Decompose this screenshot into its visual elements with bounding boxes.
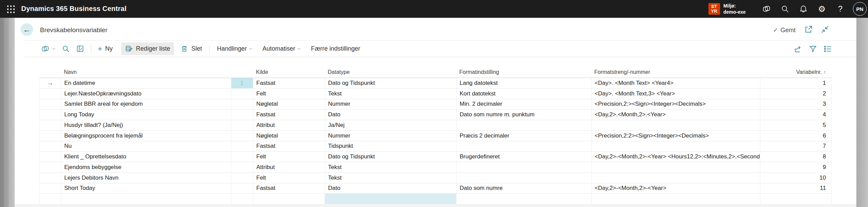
cell-navn[interactable]: Ejendoms bebyggelse [61,162,231,172]
automate-menu[interactable]: Automatiser [262,45,301,52]
back-button[interactable]: ← [21,23,33,36]
cell-kilde[interactable]: Fastsat [253,109,325,120]
table-row[interactable]: → Husdyr tilladt? (Ja/Nej) ⋮ Attribut Ja… [39,120,832,131]
cell-formatindstilling[interactable] [457,194,592,204]
table-row[interactable]: → Short Today ⋮ Fastsat Dato Dato som nu… [39,183,832,194]
table-row[interactable]: → ⋮ [39,194,832,204]
cell-formatstreng[interactable] [592,173,760,183]
cell-kilde[interactable] [253,194,325,204]
cell-options[interactable]: ⋮ [231,131,253,141]
cell-kilde[interactable]: Fastsat [253,141,325,152]
cell-variabelnr[interactable] [760,194,832,204]
cell-formatindstilling[interactable]: Dato som numre m. punktum [457,109,592,120]
cell-datatype[interactable]: Tekst [325,162,457,172]
cell-kilde[interactable]: Fastsat [253,183,325,194]
environment-switcher[interactable]: ST YR Miljø: demo-exe [708,3,746,15]
cell-options[interactable]: ⋮ [231,120,253,130]
column-header-navn[interactable]: Navn [61,67,231,78]
fewer-options-button[interactable]: Færre indstillinger [311,45,360,52]
cell-kilde[interactable]: Attribut [253,120,325,130]
cell-variabelnr[interactable]: 6 [760,131,832,141]
column-header-datatype[interactable]: Datatype [325,67,456,78]
cell-options[interactable]: ⋮ [231,173,253,183]
cell-variabelnr[interactable]: 1 [760,78,832,88]
delete-button[interactable]: Slet [177,42,206,55]
cell-formatindstilling[interactable]: Brugerdefineret [457,152,592,162]
search-list-icon[interactable] [61,44,70,54]
cell-variabelnr[interactable]: 10 [760,173,832,183]
edit-list-button[interactable]: Rediger liste [121,42,174,55]
cell-variabelnr[interactable]: 7 [760,141,832,152]
cell-navn[interactable]: Husdyr tilladt? (Ja/Nej) [61,120,231,130]
cell-kilde[interactable]: Felt [253,89,325,99]
cell-datatype[interactable]: Nummer [325,99,457,109]
cell-variabelnr[interactable]: 8 [760,152,832,162]
cell-formatindstilling[interactable]: Min. 2 decimaler [457,99,592,109]
table-row[interactable]: → Nu ⋮ Fastsat Tidspunkt 7 [39,141,832,152]
table-row[interactable]: → Lejer.NæsteOpkrævningsdato ⋮ Felt Teks… [39,89,832,99]
cell-formatstreng[interactable]: <Day>. <Month Text,3> <Year> [592,89,760,99]
cell-variabelnr[interactable]: 4 [760,109,832,120]
app-launcher-icon[interactable] [6,4,15,14]
cell-formatstreng[interactable] [592,194,760,204]
cell-formatstreng[interactable]: <Precision,2:2><Sign><Integer><Decimals> [592,131,760,141]
settings-gear-icon[interactable]: ⚙ [817,4,827,14]
cell-options[interactable]: ⋮ [231,109,253,120]
notifications-bell-icon[interactable] [799,4,808,14]
cell-formatindstilling[interactable] [457,120,592,130]
copilot-icon[interactable] [762,4,771,14]
cell-datatype[interactable]: Dato og Tidspunkt [325,78,457,88]
cell-formatstreng[interactable] [592,162,760,172]
analysis-mode-icon[interactable] [75,44,85,54]
cell-datatype[interactable]: Tekst [325,173,457,183]
column-header-kilde[interactable]: Kilde [253,67,325,78]
cell-navn[interactable]: Lejers Debitors Navn [61,173,231,183]
cell-formatstreng[interactable] [592,141,760,152]
cell-navn[interactable]: En datetime [61,78,231,88]
table-row[interactable]: → Long Today ⋮ Fastsat Dato Dato som num… [39,109,832,120]
cell-datatype[interactable] [325,194,457,204]
column-header-formatstreng[interactable]: Formatstreng/-nummer [591,67,760,78]
search-icon[interactable] [780,4,790,14]
cell-datatype[interactable]: Nummer [325,131,457,141]
cell-formatindstilling[interactable] [457,141,592,152]
table-row[interactable]: → Belægningsprocent fra lejemål ⋮ Nøglet… [39,131,832,141]
cell-variabelnr[interactable]: 2 [760,89,832,99]
cell-navn[interactable]: Short Today [61,183,231,194]
cell-datatype[interactable]: Ja/Nej [325,120,457,130]
cell-options[interactable]: ⋮ [231,99,253,109]
cell-kilde[interactable]: Felt [253,173,325,183]
open-in-new-window-icon[interactable] [804,25,813,34]
cell-kilde[interactable]: Nøgletal [253,131,325,141]
table-row[interactable]: → Klient _ Oprettelsesdato ⋮ Felt Dato o… [39,152,832,162]
table-row[interactable]: → Ejendoms bebyggelse ⋮ Attribut Tekst 9 [39,162,832,173]
cell-formatindstilling[interactable]: Kort datotekst [457,89,592,99]
cell-navn[interactable]: Long Today [61,109,231,120]
list-layout-icon[interactable] [823,44,832,54]
cell-options[interactable]: ⋮ [231,162,253,172]
cell-datatype[interactable]: Dato [325,109,457,120]
table-row[interactable]: → En datetime ⋮ Fastsat Dato og Tidspunk… [39,78,832,89]
chevron-down-icon[interactable] [52,47,56,51]
cell-variabelnr[interactable]: 3 [760,99,832,109]
collapse-view-icon[interactable] [820,25,830,34]
table-row[interactable]: → Lejers Debitors Navn ⋮ Felt Tekst 10 [39,173,832,183]
cell-formatindstilling[interactable] [457,173,592,183]
cell-formatindstilling[interactable]: Lang datotekst [457,78,592,88]
cell-formatstreng[interactable] [592,120,760,130]
cell-formatindstilling[interactable]: Dato som numre [457,183,592,194]
cell-formatstreng[interactable]: <Precision,2:><Sign><Integer><Decimals> [592,99,760,109]
cell-navn[interactable]: Nu [61,141,231,152]
cell-options[interactable]: ⋮ [231,78,253,88]
cell-options[interactable]: ⋮ [231,141,253,152]
cell-kilde[interactable]: Felt [253,152,325,162]
cell-navn[interactable]: Lejer.NæsteOpkrævningsdato [61,89,231,99]
cell-kilde[interactable]: Fastsat [253,78,325,88]
filter-icon[interactable] [808,44,818,54]
cell-kilde[interactable]: Attribut [253,162,325,172]
cell-formatstreng[interactable]: <Day,2>-<Month,2>-<Year> <Hours12,2>:<Mi… [592,152,760,162]
cell-formatstreng[interactable]: <Day>. <Month Text> <Year4> [592,78,760,88]
cell-variabelnr[interactable]: 11 [760,183,832,194]
cell-navn[interactable] [61,194,231,204]
cell-datatype[interactable]: Tidspunkt [325,141,457,152]
